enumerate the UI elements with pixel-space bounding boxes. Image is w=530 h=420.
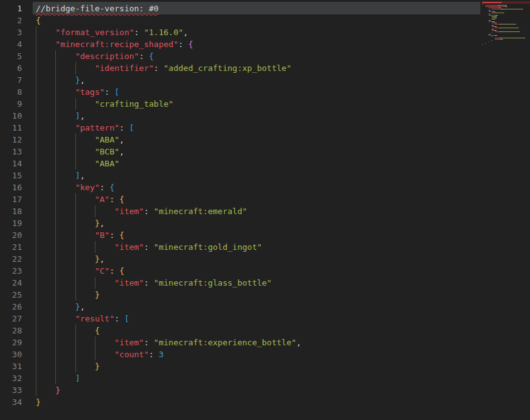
code-line[interactable]: 22 },: [0, 253, 482, 265]
minimap-segment: [482, 38, 495, 38]
code-line[interactable]: 6 "identifier": "added_crafting:xp_bottl…: [0, 62, 482, 74]
line-number[interactable]: 1: [0, 3, 22, 14]
code-line[interactable]: 31 }: [0, 360, 482, 372]
line-number[interactable]: 18: [0, 205, 22, 217]
line-number[interactable]: 10: [0, 110, 22, 122]
code-area[interactable]: 1//bridge-file-version: #02{3 "format_ve…: [0, 3, 482, 408]
line-number[interactable]: 2: [0, 14, 22, 26]
line-number[interactable]: 5: [0, 50, 22, 62]
line-number[interactable]: 31: [0, 360, 22, 372]
code-line[interactable]: 3 "format_version": "1.16.0",: [0, 26, 482, 38]
code-token: "1.16.0": [144, 28, 183, 37]
minimap[interactable]: [482, 0, 530, 420]
code-line[interactable]: 2{: [0, 14, 482, 26]
line-number[interactable]: 23: [0, 265, 22, 277]
code-line[interactable]: 18 "item": "minecraft:emerald": [0, 205, 482, 217]
line-number[interactable]: 22: [0, 253, 22, 265]
line-number[interactable]: 33: [0, 384, 22, 396]
line-content: "item": "minecraft:emerald": [36, 205, 482, 217]
line-content: "A": {: [36, 193, 482, 205]
code-line[interactable]: 10 ],: [0, 110, 482, 122]
line-number[interactable]: 32: [0, 372, 22, 384]
code-line[interactable]: 27 "result": [: [0, 313, 482, 325]
line-content: "item": "minecraft:experience_bottle",: [36, 337, 482, 348]
minimap-segment: [482, 35, 489, 36]
code-line[interactable]: 11 "pattern": [: [0, 122, 482, 134]
code-line[interactable]: 30 "count": 3: [0, 348, 482, 360]
line-number[interactable]: 25: [0, 289, 22, 301]
code-token: }: [95, 254, 100, 264]
line-number[interactable]: 28: [0, 325, 22, 337]
code-line[interactable]: 4 "minecraft:recipe_shaped": {: [0, 38, 482, 50]
code-line[interactable]: 8 "tags": [: [0, 86, 482, 98]
code-line[interactable]: 9 "crafting_table": [0, 98, 482, 110]
minimap-segment: [482, 31, 495, 32]
code-line[interactable]: 19 },: [0, 217, 482, 229]
code-line[interactable]: 23 "C": {: [0, 265, 482, 277]
minimap-segment: [495, 26, 496, 27]
minimap-segment: [482, 29, 492, 30]
code-line[interactable]: 12 "ABA",: [0, 134, 482, 146]
line-number[interactable]: 8: [0, 86, 22, 98]
minimap-segment: [482, 36, 492, 37]
code-line[interactable]: 14 "ABA": [0, 158, 482, 170]
code-token: "item": [114, 278, 144, 288]
line-number[interactable]: 29: [0, 337, 22, 348]
line-number[interactable]: 11: [0, 122, 22, 134]
line-number[interactable]: 30: [0, 348, 22, 360]
line-content: "description": {: [36, 50, 482, 62]
code-line[interactable]: 1//bridge-file-version: #0: [0, 3, 482, 14]
code-token: :: [109, 266, 119, 276]
line-number[interactable]: 6: [0, 62, 22, 74]
code-line[interactable]: 17 "A": {: [0, 193, 482, 205]
code-line[interactable]: 16 "key": {: [0, 181, 482, 193]
code-line[interactable]: 26 },: [0, 301, 482, 313]
line-number[interactable]: 13: [0, 146, 22, 158]
line-number[interactable]: 20: [0, 229, 22, 241]
code-token: [36, 123, 75, 132]
code-line[interactable]: 20 "B": {: [0, 229, 482, 241]
line-number[interactable]: 19: [0, 217, 22, 229]
code-line[interactable]: 25 }: [0, 289, 482, 301]
code-line[interactable]: 13 "BCB",: [0, 146, 482, 158]
line-number[interactable]: 9: [0, 98, 22, 110]
minimap-error-marker: [482, 2, 502, 3]
code-line[interactable]: 15 ],: [0, 170, 482, 181]
minimap-segment: [489, 10, 490, 11]
code-line[interactable]: 28 {: [0, 325, 482, 337]
code-line[interactable]: 29 "item": "minecraft:experience_bottle"…: [0, 337, 482, 348]
code-token: :: [105, 87, 115, 97]
code-line[interactable]: 21 "item": "minecraft:gold_ingot": [0, 241, 482, 253]
line-number[interactable]: 17: [0, 193, 22, 205]
code-line[interactable]: 32 ]: [0, 372, 482, 384]
minimap-segment: [482, 4, 483, 4]
line-number[interactable]: 4: [0, 38, 22, 50]
code-line[interactable]: 34}: [0, 396, 482, 408]
code-line[interactable]: 7 },: [0, 74, 482, 86]
line-number[interactable]: 16: [0, 181, 22, 193]
line-number[interactable]: 26: [0, 301, 22, 313]
minimap-segment: [482, 16, 492, 17]
code-token: "ABA": [95, 159, 119, 168]
line-number[interactable]: 3: [0, 26, 22, 38]
code-line[interactable]: 33 }: [0, 384, 482, 396]
line-number[interactable]: 34: [0, 396, 22, 408]
line-content: },: [36, 74, 482, 86]
minimap-segment: [482, 41, 489, 42]
code-line[interactable]: 24 "item": "minecraft:glass_bottle": [0, 277, 482, 289]
code-token: "item": [114, 338, 144, 347]
minimap-segment: [492, 33, 492, 33]
line-number[interactable]: 7: [0, 74, 22, 86]
line-number[interactable]: 12: [0, 134, 22, 146]
line-number[interactable]: 24: [0, 277, 22, 289]
code-token: :: [144, 207, 154, 216]
line-number[interactable]: 15: [0, 170, 22, 181]
code-line[interactable]: 5 "description": {: [0, 50, 482, 62]
code-token: [36, 207, 114, 216]
minimap-segment: [482, 8, 489, 8]
minimap-segment: [485, 43, 486, 43]
line-number[interactable]: 14: [0, 158, 22, 170]
line-number[interactable]: 21: [0, 241, 22, 253]
line-number[interactable]: 27: [0, 313, 22, 325]
line-content: ],: [36, 110, 482, 122]
